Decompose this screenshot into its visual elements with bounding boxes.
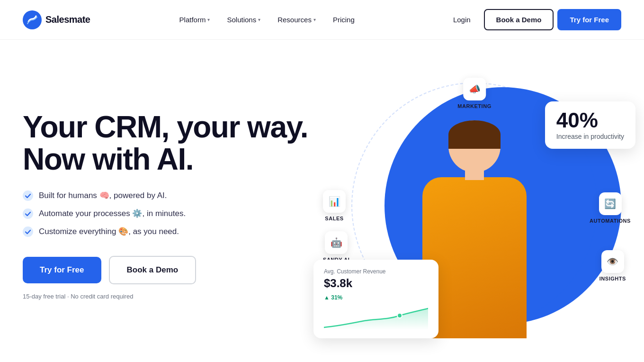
hero-cta-row: Try for Free Book a Demo bbox=[23, 256, 308, 284]
automations-icon: 🔄 bbox=[599, 192, 622, 215]
chevron-down-icon: ▾ bbox=[313, 17, 316, 22]
chevron-down-icon: ▾ bbox=[207, 17, 210, 22]
nav-actions: Login Book a Demo Try for Free bbox=[444, 9, 621, 30]
orbit-automations: 🔄 AUTOMATIONS bbox=[590, 192, 631, 224]
logo-text: Salesmate bbox=[45, 14, 90, 25]
hero-section: Your CRM, your way. Now with AI. Built f… bbox=[0, 40, 644, 362]
feature-item-2: Automate your processes ⚙️, in minutes. bbox=[23, 208, 308, 219]
nav-pricing[interactable]: Pricing bbox=[325, 12, 362, 27]
revenue-trend: ▲ 31% bbox=[324, 294, 342, 301]
login-button[interactable]: Login bbox=[444, 11, 480, 28]
book-demo-button-hero[interactable]: Book a Demo bbox=[109, 256, 197, 284]
nav-platform[interactable]: Platform ▾ bbox=[172, 12, 218, 27]
svg-point-3 bbox=[23, 226, 33, 237]
revenue-label: Avg. Customer Revenue bbox=[324, 268, 428, 275]
try-free-button-nav[interactable]: Try for Free bbox=[557, 9, 621, 30]
svg-point-1 bbox=[23, 190, 33, 201]
productivity-description: Increase in productivity bbox=[556, 133, 624, 140]
orbit-marketing: 📣 MARKETING bbox=[457, 78, 492, 109]
stat-card-productivity: 40% Increase in productivity bbox=[545, 101, 635, 149]
book-demo-button-nav[interactable]: Book a Demo bbox=[484, 9, 554, 30]
orbit-sandy-ai: 🤖 SANDY AI bbox=[323, 231, 349, 262]
check-icon-2 bbox=[23, 208, 33, 219]
nav-resources[interactable]: Resources ▾ bbox=[270, 12, 323, 27]
marketing-icon: 📣 bbox=[463, 78, 486, 100]
logo[interactable]: Salesmate bbox=[23, 10, 90, 29]
nav-links: Platform ▾ Solutions ▾ Resources ▾ Prici… bbox=[172, 12, 362, 27]
orbit-insights: 👁️ INSIGHTS bbox=[599, 250, 626, 281]
sales-icon: 📊 bbox=[323, 190, 346, 213]
hero-left: Your CRM, your way. Now with AI. Built f… bbox=[23, 111, 308, 299]
chevron-down-icon: ▾ bbox=[258, 17, 260, 22]
hero-features: Built for humans 🧠, powered by AI. Autom… bbox=[23, 190, 308, 237]
orbit-sales: 📊 SALES bbox=[323, 190, 346, 221]
svg-point-2 bbox=[23, 208, 33, 219]
nav-solutions[interactable]: Solutions ▾ bbox=[219, 12, 268, 27]
insights-icon: 👁️ bbox=[601, 250, 624, 273]
stat-card-revenue: Avg. Customer Revenue $3.8k ▲ 31% bbox=[313, 260, 438, 338]
sandy-ai-icon: 🤖 bbox=[325, 231, 348, 254]
feature-item-3: Customize everything 🎨, as you need. bbox=[23, 226, 308, 237]
productivity-percent: 40% bbox=[556, 110, 624, 131]
hero-illustration: 📣 MARKETING 💬 SUPPORT 📊 SALES 🔄 AUTOMATI… bbox=[328, 73, 621, 338]
check-icon-3 bbox=[23, 226, 33, 237]
svg-point-4 bbox=[397, 313, 402, 318]
try-free-button-hero[interactable]: Try for Free bbox=[23, 257, 101, 283]
hero-disclaimer: 15-day free trial · No credit card requi… bbox=[23, 293, 308, 300]
hero-title: Your CRM, your way. Now with AI. bbox=[23, 111, 308, 175]
revenue-chart bbox=[324, 306, 428, 330]
revenue-value: $3.8k bbox=[324, 277, 428, 290]
feature-item-1: Built for humans 🧠, powered by AI. bbox=[23, 190, 308, 201]
main-nav: Salesmate Platform ▾ Solutions ▾ Resourc… bbox=[0, 0, 644, 40]
check-icon-1 bbox=[23, 190, 33, 201]
